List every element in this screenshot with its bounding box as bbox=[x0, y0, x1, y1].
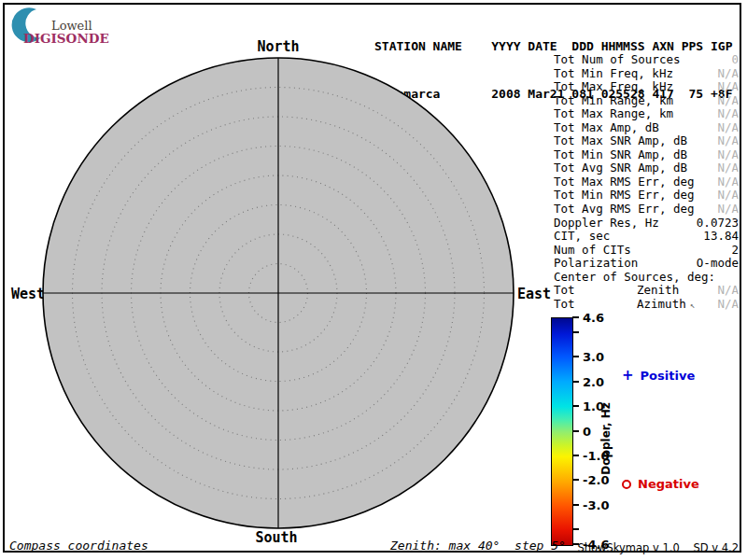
center-azimuth-row: Tot Azimuth↖ N/A bbox=[554, 298, 739, 313]
stat-value: 0.0723 bbox=[697, 217, 739, 231]
colorbar-tick bbox=[572, 331, 579, 333]
stat-value: N/A bbox=[717, 175, 739, 189]
azimuth-arrow-icon: ↖ bbox=[690, 301, 695, 310]
colorbar-tick bbox=[572, 405, 579, 407]
stat-row: Tot Min Range, kmN/A bbox=[554, 94, 739, 108]
stat-value: N/A bbox=[717, 148, 739, 162]
stat-label: Tot Max SNR Amp, dB bbox=[554, 134, 687, 148]
colorbar-tick-label: -3.0 bbox=[583, 497, 609, 511]
colorbar-tick bbox=[572, 430, 579, 432]
stat-label: Num of CITs bbox=[554, 244, 631, 258]
zenith-scale-label: Zenith: max 40° step 5° bbox=[390, 539, 566, 553]
center-of-sources-heading: Center of Sources, deg: bbox=[554, 271, 715, 285]
center-zenith-row: Tot Zenith N/A bbox=[554, 284, 739, 298]
stat-row: Tot Avg SNR Amp, dBN/A bbox=[554, 161, 739, 175]
colorbar-tick bbox=[572, 455, 579, 456]
colorbar-tick bbox=[572, 479, 579, 481]
plus-marker-icon: + bbox=[622, 369, 634, 383]
stat-row: Tot Max Range, kmN/A bbox=[554, 107, 739, 121]
stat-label: Tot Min Range, km bbox=[554, 94, 673, 108]
stat-value: N/A bbox=[717, 107, 739, 121]
stats-rows: Tot Num of Sources0Tot Min Freq, kHzN/AT… bbox=[554, 53, 739, 271]
stat-row: Tot Max Freq, kHzN/A bbox=[554, 80, 739, 94]
stat-row: Tot Max Amp, dBN/A bbox=[554, 121, 739, 135]
stat-label: Tot Num of Sources bbox=[554, 53, 680, 67]
colorbar-tick-label: 4.6 bbox=[583, 311, 604, 325]
colorbar-tick-label: 3.0 bbox=[583, 350, 604, 364]
colorbar-tick bbox=[572, 504, 579, 506]
stat-row: PolarizationO-mode bbox=[554, 257, 739, 271]
colorbar-tick bbox=[572, 316, 579, 318]
center-of-sources-heading-row: Center of Sources, deg: bbox=[554, 271, 739, 285]
azimuth-label: Azimuth bbox=[637, 297, 686, 311]
stat-row: Doppler Res, Hz0.0723 bbox=[554, 217, 739, 231]
stat-value: N/A bbox=[717, 121, 739, 135]
lowell-digisonde-logo: Lowell DIGISONDE bbox=[7, 6, 110, 45]
stat-row: Tot Max RMS Err, degN/A bbox=[554, 175, 739, 189]
stat-label: Tot bbox=[554, 284, 637, 298]
coordinates-mode-label: Compass coordinates bbox=[9, 539, 148, 553]
stat-row: CIT, sec13.84 bbox=[554, 230, 739, 244]
compass-label-east: East bbox=[517, 286, 551, 302]
stat-value: N/A bbox=[717, 161, 739, 175]
colorbar-tick bbox=[572, 356, 579, 357]
stat-label: Tot Min Freq, kHz bbox=[554, 67, 673, 81]
legend-negative: Negative bbox=[622, 477, 699, 491]
stat-label: Tot Avg RMS Err, deg bbox=[554, 203, 695, 217]
stat-row: Tot Avg RMS Err, degN/A bbox=[554, 203, 739, 217]
stat-value: N/A bbox=[717, 203, 739, 217]
stat-row: Num of CITs2 bbox=[554, 244, 739, 258]
stat-label: Tot Min RMS Err, deg bbox=[554, 189, 695, 203]
colorbar-tick bbox=[572, 381, 579, 383]
legend-positive-label: Positive bbox=[641, 369, 696, 383]
stat-label: Tot Max Amp, dB bbox=[554, 121, 659, 135]
stat-value: 0 bbox=[731, 53, 739, 67]
stat-label: Tot Avg SNR Amp, dB bbox=[554, 161, 687, 175]
stat-label: Tot Max Freq, kHz bbox=[554, 80, 673, 94]
measurement-stats-panel: Tot Num of Sources0Tot Min Freq, kHzN/AT… bbox=[554, 53, 739, 312]
version-label: ShowSkymap v 1.0 SD v 4.2 bbox=[577, 541, 739, 554]
stat-value: N/A bbox=[717, 80, 739, 94]
colorbar-title: Doppler, Hz bbox=[599, 402, 613, 475]
stat-row: Tot Min RMS Err, degN/A bbox=[554, 189, 739, 203]
stat-label: Doppler Res, Hz bbox=[554, 217, 659, 231]
stat-value: N/A bbox=[717, 298, 739, 313]
stat-label: Polarization bbox=[554, 257, 638, 271]
stat-sublabel: Zenith bbox=[637, 284, 717, 298]
skymap-polar-plot bbox=[37, 52, 519, 534]
stat-value: O-mode bbox=[697, 257, 739, 271]
stat-label: CIT, sec bbox=[554, 230, 610, 244]
stat-value: 13.84 bbox=[703, 230, 739, 244]
colorbar-tick-label: 0 bbox=[583, 424, 591, 438]
stat-label: Tot Max RMS Err, deg bbox=[554, 175, 695, 189]
stat-value: N/A bbox=[717, 94, 739, 108]
stat-row: Tot Min SNR Amp, dBN/A bbox=[554, 148, 739, 162]
colorbar-gradient bbox=[551, 317, 573, 546]
stat-value: 2 bbox=[731, 244, 739, 258]
stat-value: N/A bbox=[717, 189, 739, 203]
stat-value: N/A bbox=[717, 134, 739, 148]
colorbar-tick bbox=[572, 528, 579, 530]
stat-sublabel: Azimuth↖ bbox=[637, 298, 717, 313]
colorbar-tick-label: 2.0 bbox=[583, 374, 604, 388]
logo-product: DIGISONDE bbox=[23, 31, 109, 46]
stat-label: Tot Max Range, km bbox=[554, 107, 673, 121]
circle-marker-icon bbox=[622, 480, 631, 489]
legend-negative-label: Negative bbox=[638, 477, 699, 491]
colorbar-tick-label: -2.0 bbox=[583, 473, 609, 487]
legend-positive: + Positive bbox=[622, 369, 695, 383]
stat-value: N/A bbox=[717, 67, 739, 81]
stat-row: Tot Num of Sources0 bbox=[554, 53, 739, 67]
stat-row: Tot Max SNR Amp, dBN/A bbox=[554, 134, 739, 148]
stat-value: N/A bbox=[717, 284, 739, 298]
stat-row: Tot Min Freq, kHzN/A bbox=[554, 67, 739, 81]
stat-label: Tot Min SNR Amp, dB bbox=[554, 148, 687, 162]
